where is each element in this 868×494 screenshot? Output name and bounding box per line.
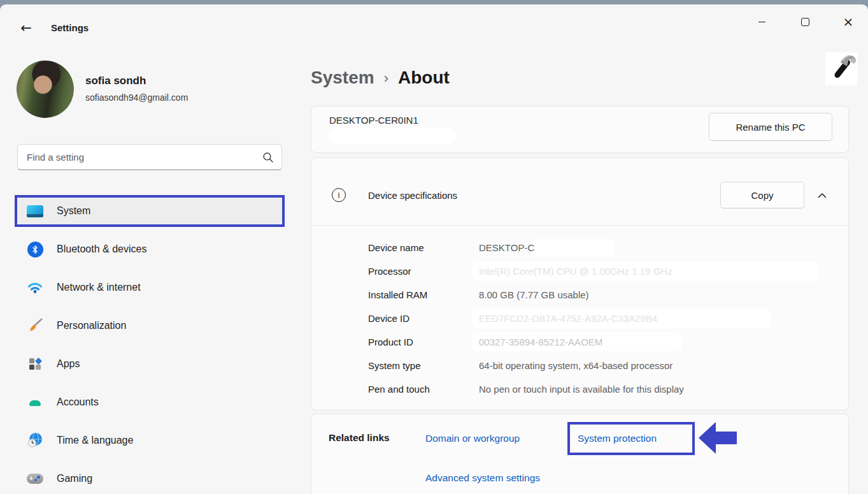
- close-icon: ×: [843, 14, 854, 29]
- spec-value: 00327-35894-85212-AAOEM: [479, 337, 602, 347]
- annotation-arrow-icon: [699, 420, 737, 456]
- redaction-blob: [329, 128, 457, 144]
- accounts-icon: [27, 394, 43, 410]
- sidebar-nav: System Bluetooth & devices Network & int…: [17, 198, 282, 492]
- spec-label: System type: [368, 360, 479, 371]
- breadcrumb: System › About: [311, 63, 450, 92]
- spec-value: 8.00 GB (7.77 GB usable): [479, 289, 589, 300]
- sidebar-item-network-internet[interactable]: Network & internet: [17, 274, 282, 301]
- spec-row-device-id: Device ID EED7FCD2-DB7A-4752-A92A-C33A29…: [311, 307, 848, 330]
- spec-label: Pen and touch: [368, 384, 479, 395]
- sidebar-item-label: Personalization: [57, 320, 126, 331]
- spec-row-system-type: System type 64-bit operating system, x64…: [311, 354, 848, 377]
- spec-row-product-id: Product ID 00327-35894-85212-AAOEM: [311, 330, 848, 354]
- maximize-icon: [801, 18, 809, 26]
- sidebar-item-personalization[interactable]: Personalization: [17, 312, 282, 339]
- spec-value: 64-bit operating system, x64-based proce…: [479, 360, 672, 371]
- collapse-chevron-up-icon[interactable]: [815, 188, 830, 202]
- device-name-card: DESKTOP-CER0IN1 Rename this PC: [311, 106, 849, 153]
- spec-label: Device name: [368, 242, 479, 253]
- sidebar-item-label: System: [57, 205, 90, 217]
- sidebar-item-bluetooth-devices[interactable]: Bluetooth & devices: [17, 236, 282, 263]
- minimize-icon: [758, 22, 765, 22]
- device-name-text: DESKTOP-CER0IN1: [329, 115, 418, 126]
- search-icon[interactable]: [262, 152, 274, 166]
- sidebar-item-accounts[interactable]: Accounts: [17, 389, 282, 416]
- page-title: About: [398, 68, 450, 88]
- sidebar-item-label: Gaming: [57, 473, 92, 484]
- maximize-button[interactable]: [790, 11, 820, 33]
- sidebar-item-label: Bluetooth & devices: [57, 243, 146, 255]
- specs-title: Device specifications: [368, 190, 457, 201]
- user-avatar[interactable]: [17, 61, 74, 118]
- spec-label: Installed RAM: [368, 289, 479, 300]
- bluetooth-icon: [27, 241, 43, 258]
- hammer-icon: [825, 52, 857, 85]
- info-icon: i: [332, 188, 346, 202]
- paintbrush-icon: [27, 317, 43, 334]
- breadcrumb-separator-icon: ›: [384, 69, 388, 87]
- spec-row-installed-ram: Installed RAM 8.00 GB (7.77 GB usable): [311, 283, 848, 307]
- device-specifications-card: i Device specifications Copy Device name…: [311, 157, 849, 410]
- app-title: Settings: [51, 22, 89, 33]
- spec-row-processor: Processor Intel(R) Core(TM) CPU @ 1.00GH…: [311, 259, 848, 283]
- sidebar-item-system[interactable]: System: [17, 198, 282, 224]
- spec-rows: Device name DESKTOP-C Processor Intel(R)…: [311, 236, 848, 401]
- redaction-blob: [531, 239, 614, 256]
- related-links-card: Related links Domain or workgroup System…: [311, 414, 849, 494]
- spec-row-device-name: Device name DESKTOP-C: [311, 236, 848, 259]
- system-protection-link[interactable]: System protection: [578, 433, 657, 444]
- sidebar-item-label: Network & internet: [57, 282, 141, 293]
- spec-label: Product ID: [368, 337, 479, 347]
- spec-value: DESKTOP-C: [479, 242, 534, 253]
- wifi-icon: [27, 279, 43, 296]
- spec-value: Intel(R) Core(TM) CPU @ 1.00GHz 1.19 GHz: [479, 266, 672, 277]
- copy-button[interactable]: Copy: [720, 182, 804, 208]
- divider: [311, 225, 848, 226]
- user-email: sofiasondh94@gmail.com: [85, 92, 188, 103]
- sidebar-item-apps[interactable]: Apps: [17, 351, 282, 377]
- rename-pc-button[interactable]: Rename this PC: [709, 113, 832, 141]
- gaming-icon: +: [27, 470, 43, 487]
- spec-row-pen-touch: Pen and touch No pen or touch input is a…: [311, 377, 848, 401]
- system-icon: [27, 203, 43, 219]
- user-name: sofia sondh: [85, 75, 146, 87]
- time-language-icon: [27, 432, 43, 449]
- sidebar-item-label: Accounts: [57, 396, 99, 408]
- domain-workgroup-link[interactable]: Domain or workgroup: [425, 433, 520, 444]
- minimize-button[interactable]: [747, 11, 776, 33]
- apps-icon: [27, 356, 43, 372]
- settings-window: ← Settings × sofia sondh sofiasondh94@gm…: [0, 4, 868, 494]
- sidebar-item-label: Apps: [57, 358, 80, 370]
- spec-value: EED7FCD2-DB7A-4752-A92A-C33A29B4: [479, 313, 657, 324]
- search-box: [17, 144, 282, 170]
- search-input[interactable]: [18, 145, 281, 170]
- advanced-system-settings-link[interactable]: Advanced system settings: [425, 472, 540, 484]
- sidebar-item-gaming[interactable]: + Gaming: [17, 465, 282, 492]
- close-button[interactable]: ×: [834, 11, 863, 33]
- sidebar-item-label: Time & language: [57, 435, 133, 446]
- related-links-title: Related links: [329, 432, 390, 444]
- back-button[interactable]: ←: [17, 20, 36, 36]
- sidebar-item-time-language[interactable]: Time & language: [17, 427, 282, 454]
- spec-label: Processor: [368, 266, 479, 277]
- spec-value: No pen or touch input is available for t…: [479, 384, 684, 395]
- spec-label: Device ID: [368, 313, 479, 324]
- breadcrumb-system-link[interactable]: System: [311, 68, 374, 88]
